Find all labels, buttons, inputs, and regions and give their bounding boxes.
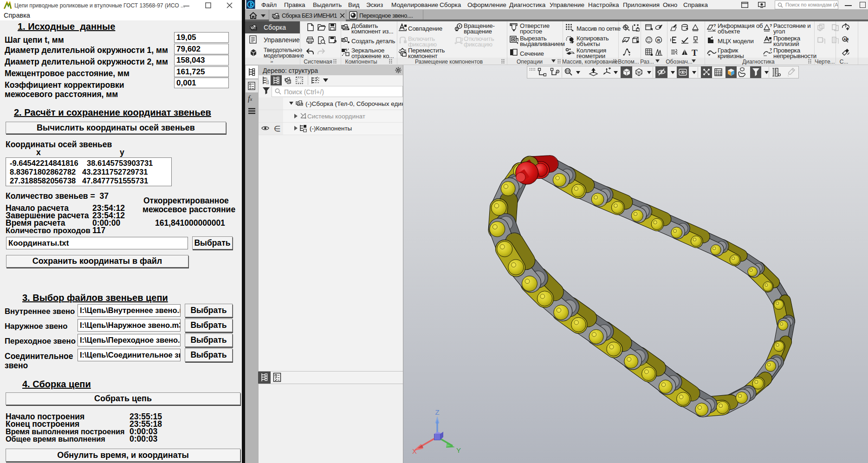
- svg-text:?: ?: [770, 23, 772, 28]
- svg-text:Z: Z: [435, 408, 439, 416]
- svg-text:X: X: [412, 447, 417, 455]
- svg-text:?: ?: [770, 48, 772, 52]
- svg-text:12: 12: [266, 82, 269, 85]
- svg-text:AB: AB: [843, 37, 849, 41]
- svg-text:Y: Y: [456, 446, 461, 454]
- svg-text:?: ?: [713, 23, 716, 28]
- svg-text:R: R: [657, 38, 661, 43]
